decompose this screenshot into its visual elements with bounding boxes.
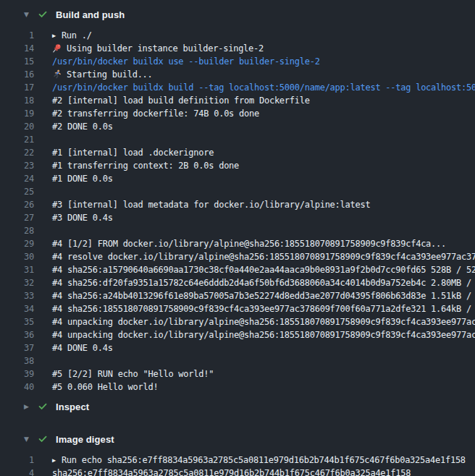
log-text: /usr/bin/docker buildx use --builder bui… [52, 55, 320, 68]
log-text: #4 sha256:a24bb4013296f61e89ba57005a7b3e… [52, 289, 475, 302]
run-command-toggle[interactable]: ▶Run ./ [52, 29, 92, 43]
section-title: Build and push [56, 9, 125, 20]
log-lines-image-digest: 1▶Run echo sha256:e7ff8834a5963a2785c5a0… [0, 449, 475, 476]
section-header-build-and-push[interactable]: ▼Build and push [0, 4, 475, 25]
line-number[interactable]: 34 [0, 302, 34, 315]
line-number[interactable]: 29 [0, 237, 34, 250]
section-title: Image digest [56, 434, 114, 445]
line-number[interactable]: 35 [0, 315, 34, 328]
line-number[interactable]: 21 [0, 133, 34, 146]
line-number[interactable]: 26 [0, 198, 34, 211]
log-line: 21 [0, 133, 475, 146]
run-command-toggle[interactable]: ▶Run echo sha256:e7ff8834a5963a2785c5a08… [52, 454, 466, 467]
log-text-value: #4 unpacking docker.io/library/alpine@sh… [52, 330, 475, 340]
log-text: #2 DONE 0.0s [52, 120, 113, 133]
log-text-value: #2 transferring dockerfile: 74B 0.0s don… [52, 109, 259, 119]
line-number[interactable]: 25 [0, 185, 34, 198]
line-number[interactable]: 4 [0, 467, 34, 476]
section-image-digest: ▼Image digest1▶Run echo sha256:e7ff8834a… [0, 429, 475, 476]
log-text-value: /usr/bin/docker buildx use --builder bui… [52, 56, 320, 67]
expand-icon[interactable]: ▶ [52, 454, 56, 467]
section-title: Inspect [56, 401, 89, 412]
log-text: #4 sha256:185518070891758909c9f839cf4ca3… [52, 302, 475, 315]
line-number[interactable]: 16 [0, 68, 34, 81]
log-text: #2 [internal] load build definition from… [52, 94, 310, 107]
line-number[interactable]: 20 [0, 120, 34, 133]
line-number[interactable]: 37 [0, 341, 34, 354]
line-number[interactable]: 39 [0, 367, 34, 381]
log-lines-build-and-push: 1▶Run ./14Using builder instance builder… [0, 25, 475, 396]
log-line: 1▶Run ./ [0, 29, 475, 42]
log-text-value: #1 transferring context: 2B 0.0s done [52, 161, 239, 171]
log-text: #1 DONE 0.0s [52, 172, 113, 185]
log-text: Starting build... [52, 68, 153, 81]
log-text-value: Using builder instance builder-single-2 [67, 43, 264, 54]
line-number[interactable]: 31 [0, 263, 34, 276]
log-text: /usr/bin/docker buildx build --tag local… [52, 81, 475, 94]
line-number[interactable]: 24 [0, 172, 34, 185]
log-text-value: Run echo sha256:e7ff8834a5963a2785c5a081… [62, 455, 466, 465]
chevron-down-icon[interactable]: ▼ [22, 436, 31, 443]
section-inspect: ▶Inspect [0, 396, 475, 417]
line-number[interactable]: 19 [0, 107, 34, 120]
log-text-value: #2 DONE 0.0s [52, 122, 113, 132]
line-number[interactable]: 28 [0, 224, 34, 237]
log-line: 38 [0, 354, 475, 367]
chevron-right-icon[interactable]: ▶ [22, 404, 31, 410]
section-header-inspect[interactable]: ▶Inspect [0, 396, 475, 417]
workflow-log-viewer: ▼Build and push1▶Run ./14Using builder i… [0, 0, 475, 476]
log-text-value: #1 DONE 0.0s [52, 174, 113, 184]
line-number[interactable]: 15 [0, 55, 34, 68]
section-header-image-digest[interactable]: ▼Image digest [0, 429, 475, 449]
log-line: 14Using builder instance builder-single-… [0, 42, 475, 55]
log-line: 31#4 sha256:a15790640a6690aa1730c38cf0a4… [0, 263, 475, 276]
line-number[interactable]: 30 [0, 250, 34, 263]
line-number[interactable]: 33 [0, 289, 34, 302]
line-number[interactable]: 27 [0, 211, 34, 224]
log-line: 16Starting build... [0, 68, 475, 81]
runner-icon [52, 69, 62, 79]
log-text: #5 0.060 Hello world! [52, 381, 158, 394]
log-text: #4 unpacking docker.io/library/alpine@sh… [52, 315, 475, 328]
check-icon [38, 434, 48, 444]
line-number[interactable]: 22 [0, 146, 34, 159]
log-line: 34#4 sha256:185518070891758909c9f839cf4c… [0, 302, 475, 315]
log-line: 20#2 DONE 0.0s [0, 120, 475, 133]
line-number[interactable]: 1 [0, 454, 34, 467]
log-text: #4 resolve docker.io/library/alpine@sha2… [52, 250, 475, 263]
log-text-value: #4 sha256:df20fa9351a15782c64e6dddb2d4a6… [52, 278, 475, 288]
line-number[interactable]: 18 [0, 94, 34, 107]
log-text-value: #5 0.060 Hello world! [52, 382, 158, 392]
chevron-down-icon[interactable]: ▼ [22, 12, 31, 18]
log-line: 30#4 resolve docker.io/library/alpine@sh… [0, 250, 475, 263]
log-text-value: #3 [internal] load metadata for docker.i… [52, 200, 370, 210]
pushpin-icon [52, 43, 62, 53]
log-text-value: #4 DONE 0.4s [52, 343, 113, 353]
line-number[interactable]: 38 [0, 354, 34, 367]
log-line: 28 [0, 224, 475, 237]
line-number[interactable]: 17 [0, 81, 34, 94]
line-number[interactable]: 32 [0, 276, 34, 289]
line-number[interactable]: 14 [0, 42, 34, 55]
log-text-value: #3 DONE 0.4s [52, 213, 113, 223]
log-line: 32#4 sha256:df20fa9351a15782c64e6dddb2d4… [0, 276, 475, 289]
section-build-and-push: ▼Build and push1▶Run ./14Using builder i… [0, 4, 475, 396]
line-number[interactable]: 23 [0, 159, 34, 172]
log-line: 22#1 [internal] load .dockerignore [0, 146, 475, 159]
log-text: sha256:e7ff8834a5963a2785c5a0811e979d16b… [52, 467, 411, 476]
log-line: 27#3 DONE 0.4s [0, 211, 475, 224]
log-text-value: sha256:e7ff8834a5963a2785c5a0811e979d16b… [52, 468, 411, 476]
log-text: #2 transferring dockerfile: 74B 0.0s don… [52, 107, 259, 120]
log-text-value: #4 sha256:a15790640a6690aa1730c38cf0a440… [52, 265, 475, 275]
log-line: 37#4 DONE 0.4s [0, 341, 475, 354]
log-text: #4 [1/2] FROM docker.io/library/alpine@s… [52, 237, 446, 250]
log-line: 25 [0, 185, 475, 198]
log-text: #4 sha256:df20fa9351a15782c64e6dddb2d4a6… [52, 276, 475, 289]
log-text: #3 DONE 0.4s [52, 211, 113, 224]
log-text-value: #1 [internal] load .dockerignore [52, 148, 214, 158]
line-number[interactable]: 36 [0, 328, 34, 341]
log-line: 29#4 [1/2] FROM docker.io/library/alpine… [0, 237, 475, 250]
expand-icon[interactable]: ▶ [52, 29, 56, 42]
line-number[interactable]: 40 [0, 381, 34, 394]
line-number[interactable]: 1 [0, 29, 34, 42]
